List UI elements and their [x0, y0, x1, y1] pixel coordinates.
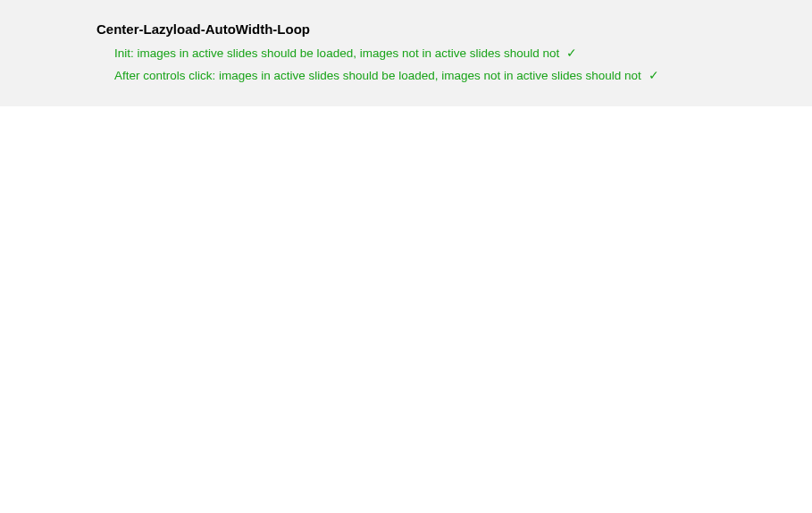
panel-content: Center-Lazyload-AutoWidth-Loop Init: ima…	[96, 21, 812, 85]
test-result-text: Init: images in active slides should be …	[114, 46, 559, 60]
checkmark-icon: ✓	[649, 69, 659, 82]
test-result-panel: Center-Lazyload-AutoWidth-Loop Init: ima…	[0, 0, 812, 106]
test-suite-title: Center-Lazyload-AutoWidth-Loop	[96, 21, 812, 37]
checkmark-icon: ✓	[566, 46, 577, 60]
test-result-line: Init: images in active slides should be …	[114, 46, 812, 63]
test-result-line: After controls click: images in active s…	[114, 68, 812, 85]
test-list: Init: images in active slides should be …	[114, 46, 812, 85]
test-result-text: After controls click: images in active s…	[114, 69, 641, 82]
